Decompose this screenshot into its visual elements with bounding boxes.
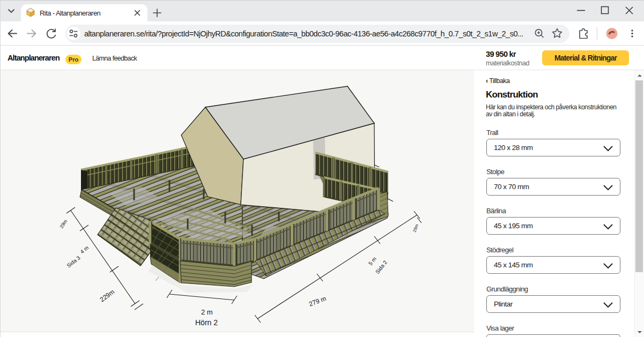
svg-text:4 m: 4 m — [79, 245, 90, 255]
svg-text:29m: 29m — [412, 223, 419, 233]
svg-text:5 m: 5 m — [367, 256, 377, 266]
svg-text:29m: 29m — [58, 219, 68, 229]
svg-text:229m: 229m — [99, 288, 116, 303]
svg-text:Hörn 2: Hörn 2 — [195, 318, 218, 327]
svg-text:2 m: 2 m — [201, 308, 213, 316]
svg-text:279 m: 279 m — [308, 295, 327, 308]
svg-text:Sida 2: Sida 2 — [374, 259, 388, 275]
svg-text:Sida 3: Sida 3 — [65, 254, 81, 268]
